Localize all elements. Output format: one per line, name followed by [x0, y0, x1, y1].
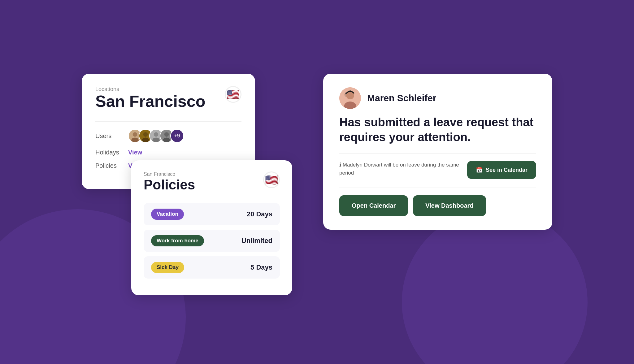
wfh-days: Unlimited: [241, 237, 272, 245]
avatar-stack: +9: [128, 129, 184, 143]
notif-avatar: [339, 87, 361, 109]
notif-user-name: Maren Schleifer: [367, 93, 436, 103]
avatar-count: +9: [170, 129, 184, 143]
svg-point-4: [143, 132, 148, 137]
policy-row-sick: Sick Day 5 Days: [144, 256, 280, 279]
notif-conflict-row: ℹ Madelyn Dorwart will be on leave durin…: [339, 161, 536, 179]
users-label: Users: [95, 132, 123, 140]
location-flag: 🇺🇸: [225, 86, 241, 103]
see-in-calendar-button[interactable]: 📅 See in Calendar: [467, 161, 536, 179]
policies-flag: 🇺🇸: [263, 171, 280, 188]
policies-label: Policies: [95, 162, 123, 169]
users-row: Users: [95, 129, 241, 143]
svg-point-7: [154, 132, 158, 137]
notif-divider-1: [339, 153, 536, 154]
left-panel: Locations San Francisco 🇺🇸 Users: [82, 74, 298, 290]
notification-card: Maren Schleifer Has submitted a leave re…: [323, 74, 552, 230]
wfh-badge: Work from home: [151, 235, 204, 246]
open-calendar-button[interactable]: Open Calendar: [339, 195, 408, 216]
location-label: Locations: [95, 86, 205, 93]
location-city: San Francisco: [95, 93, 205, 110]
holidays-label: Holidays: [95, 149, 123, 156]
notif-actions: Open Calendar View Dashboard: [339, 195, 536, 216]
policy-row-vacation: Vacation 20 Days: [144, 203, 280, 225]
view-dashboard-button[interactable]: View Dashboard: [413, 195, 486, 216]
policy-row-wfh: Work from home Unlimited: [144, 230, 280, 252]
policies-sublabel: San Francisco: [144, 171, 195, 177]
see-calendar-label: See in Calendar: [486, 167, 528, 173]
policies-title: Policies: [144, 177, 195, 193]
divider-1: [95, 121, 241, 122]
main-layout: Locations San Francisco 🇺🇸 Users: [82, 74, 552, 290]
calendar-icon: 📅: [476, 167, 483, 173]
svg-point-1: [133, 132, 137, 137]
sick-badge: Sick Day: [151, 262, 184, 273]
vacation-days: 20 Days: [247, 210, 272, 218]
svg-point-10: [164, 132, 169, 137]
policies-card-header: San Francisco Policies 🇺🇸: [144, 171, 280, 201]
notif-conflict-text: ℹ Madelyn Dorwart will be on leave durin…: [339, 161, 461, 177]
policies-card: San Francisco Policies 🇺🇸 Vacation 20 Da…: [131, 160, 292, 295]
sick-days: 5 Days: [250, 263, 272, 271]
vacation-badge: Vacation: [151, 209, 184, 220]
notif-user-row: Maren Schleifer: [339, 87, 536, 109]
holidays-view-link[interactable]: View: [128, 149, 142, 156]
notif-divider-2: [339, 188, 536, 188]
view-dashboard-label: View Dashboard: [425, 202, 473, 209]
holidays-row: Holidays View: [95, 149, 241, 156]
notif-message: Has submitted a leave request that requi…: [339, 115, 536, 145]
location-card-header: Locations San Francisco 🇺🇸: [95, 86, 241, 119]
open-calendar-label: Open Calendar: [352, 202, 396, 209]
